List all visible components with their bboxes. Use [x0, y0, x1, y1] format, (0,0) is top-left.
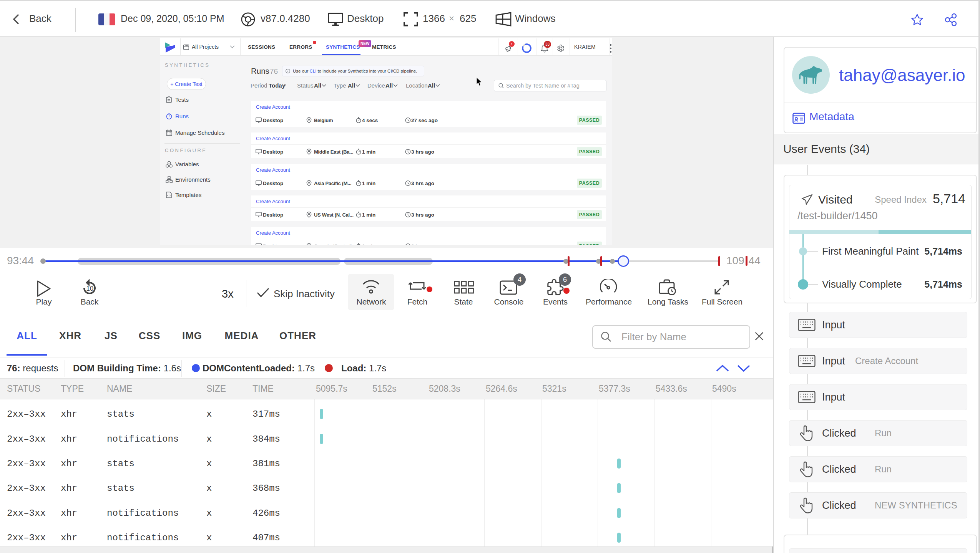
- svg-text:10: 10: [86, 285, 93, 292]
